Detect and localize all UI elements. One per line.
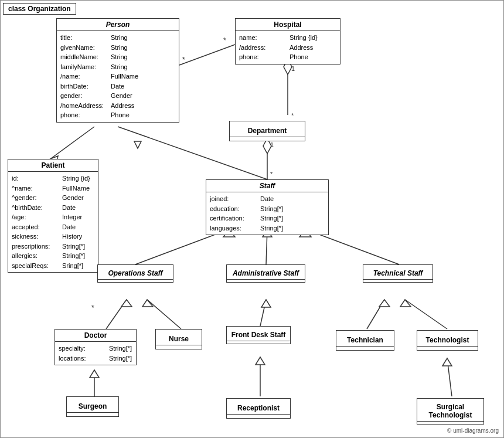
person-title: Person bbox=[57, 19, 179, 31]
operations-staff-title: Operations Staff bbox=[98, 267, 173, 280]
svg-line-21 bbox=[106, 300, 127, 329]
patient-title: Patient bbox=[8, 159, 98, 172]
svg-line-11 bbox=[50, 127, 94, 159]
class-nurse: Nurse bbox=[155, 329, 202, 349]
patient-attrs: id:String {id} ^name:FullName ^gender:Ge… bbox=[8, 172, 98, 272]
svg-marker-24 bbox=[142, 300, 153, 307]
surgical-technologist-title: Surgical Technologist bbox=[417, 401, 483, 422]
svg-text:1: 1 bbox=[291, 65, 295, 72]
receptionist-title: Receptionist bbox=[227, 402, 290, 415]
class-surgical-technologist: Surgical Technologist bbox=[417, 398, 484, 425]
technical-staff-title: Technical Staff bbox=[363, 267, 433, 280]
admin-staff-title: Administrative Staff bbox=[227, 267, 305, 280]
svg-marker-22 bbox=[121, 300, 132, 307]
svg-text:*: * bbox=[291, 112, 294, 119]
class-front-desk: Front Desk Staff bbox=[226, 326, 291, 344]
class-doctor: Doctor specialty:String[*] locations:Str… bbox=[55, 329, 137, 365]
hospital-attrs: name:String {id} /address:Address phone:… bbox=[236, 31, 340, 64]
technician-title: Technician bbox=[336, 334, 394, 347]
svg-text:*: * bbox=[91, 304, 94, 312]
technologist-title: Technologist bbox=[417, 334, 478, 347]
diagram-label: class Organization bbox=[3, 3, 76, 15]
class-receptionist: Receptionist bbox=[226, 398, 291, 419]
class-operations-staff: Operations Staff bbox=[97, 264, 173, 283]
class-department: Department bbox=[229, 121, 305, 141]
svg-line-29 bbox=[405, 300, 447, 329]
svg-text:*: * bbox=[270, 171, 273, 178]
hospital-title: Hospital bbox=[236, 19, 340, 31]
class-technician: Technician bbox=[336, 330, 394, 351]
class-surgeon: Surgeon bbox=[66, 396, 119, 417]
person-attrs: title:String givenName:String middleName… bbox=[57, 31, 179, 122]
doctor-attrs: specialty:String[*] locations:String[*] bbox=[55, 342, 136, 365]
staff-title: Staff bbox=[206, 180, 328, 192]
svg-marker-36 bbox=[442, 358, 452, 366]
svg-line-0 bbox=[179, 45, 235, 65]
svg-marker-26 bbox=[261, 300, 271, 307]
svg-text:*: * bbox=[223, 36, 226, 45]
front-desk-title: Front Desk Staff bbox=[227, 329, 290, 341]
svg-line-23 bbox=[147, 300, 181, 329]
class-person: Person title:String givenName:String mid… bbox=[56, 18, 179, 123]
class-technologist: Technologist bbox=[417, 330, 478, 351]
svg-text:1: 1 bbox=[270, 141, 274, 148]
svg-line-25 bbox=[260, 300, 266, 326]
uml-diagram: class Organization * * 1 * 1 * bbox=[0, 0, 504, 438]
surgeon-title: Surgeon bbox=[67, 400, 118, 413]
svg-line-35 bbox=[447, 358, 452, 396]
doctor-title: Doctor bbox=[55, 330, 136, 342]
class-hospital: Hospital name:String {id} /address:Addre… bbox=[235, 18, 340, 64]
class-technical-staff: Technical Staff bbox=[363, 264, 433, 283]
class-staff: Staff joined:Date education:String[*] ce… bbox=[206, 179, 329, 235]
svg-line-27 bbox=[367, 300, 384, 329]
nurse-title: Nurse bbox=[156, 333, 202, 345]
svg-text:*: * bbox=[182, 56, 185, 64]
svg-marker-32 bbox=[90, 370, 99, 378]
svg-marker-28 bbox=[379, 300, 390, 307]
svg-marker-34 bbox=[256, 357, 265, 365]
department-title: Department bbox=[230, 125, 305, 137]
class-admin-staff: Administrative Staff bbox=[226, 264, 305, 283]
class-patient: Patient id:String {id} ^name:FullName ^g… bbox=[8, 159, 98, 273]
svg-marker-14 bbox=[134, 141, 141, 148]
svg-marker-30 bbox=[400, 300, 411, 307]
copyright: © uml-diagrams.org bbox=[447, 427, 499, 434]
staff-attrs: joined:Date education:String[*] certific… bbox=[206, 192, 328, 235]
